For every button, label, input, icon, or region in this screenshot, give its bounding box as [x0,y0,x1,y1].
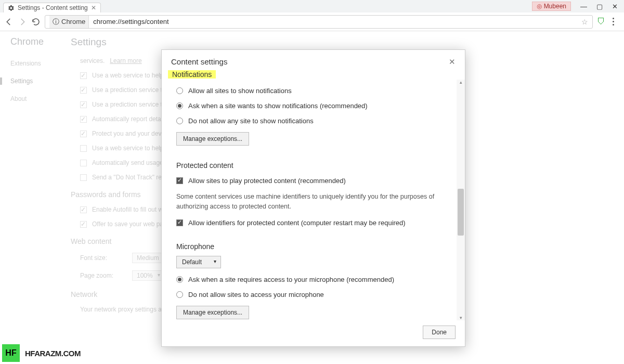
security-chip-label: Chrome [61,18,85,25]
dialog-header: Content settings ✕ [162,50,465,70]
scroll-thumb[interactable] [458,189,464,236]
shield-icon[interactable]: ⛉ [597,17,605,27]
toolbar-right: ⛉ [597,17,620,27]
reload-button[interactable] [31,17,41,27]
notif-option-ask[interactable]: Ask when a site wants to show notificati… [176,102,456,110]
omnibox[interactable]: ⓘ Chrome ☆ [45,15,593,29]
mic-option-block[interactable]: Do not allow sites to access your microp… [176,291,456,298]
radio-icon [176,118,183,124]
protected-play-checkbox[interactable]: Allow sites to play protected content (r… [176,177,456,185]
window-controls: ◎ Mubeen — ▢ ✕ [532,2,624,11]
info-icon: ⓘ [53,17,59,27]
maximize-button[interactable]: ▢ [596,3,603,10]
tabs-row: Settings - Content setting ✕ [3,0,101,12]
scroll-up-icon[interactable]: ▴ [457,80,465,85]
notifications-heading: Notifications [168,70,216,79]
microphone-select[interactable]: Default [176,256,221,268]
menu-button[interactable] [613,18,620,25]
address-bar: ⓘ Chrome ☆ ⛉ [0,12,624,31]
tab-title: Settings - Content setting [18,4,88,11]
forward-button[interactable] [18,17,27,27]
dialog-title: Content settings [171,57,227,66]
bookmark-star-icon[interactable]: ☆ [581,18,588,26]
gear-icon [8,5,15,11]
watermark: HF HFARAZM.COM [0,342,85,364]
browser-tab[interactable]: Settings - Content setting ✕ [3,3,101,12]
protected-identifiers-checkbox[interactable]: Allow identifiers for protected content … [176,219,456,227]
scroll-down-icon[interactable]: ▾ [457,315,465,320]
url-input[interactable] [93,18,577,25]
checkbox-icon [176,219,183,226]
radio-icon [176,291,183,298]
done-button[interactable]: Done [423,326,456,339]
notif-manage-exceptions-button[interactable]: Manage exceptions... [176,132,249,146]
dialog-body: Allow all sites to show notifications As… [162,80,465,320]
profile-badge[interactable]: ◎ Mubeen [532,2,571,11]
protected-content-heading: Protected content [176,161,456,170]
profile-name: Mubeen [544,3,566,10]
radio-icon [176,87,183,94]
microphone-heading: Microphone [176,242,456,251]
mic-option-ask[interactable]: Ask when a site requires access to your … [176,276,456,283]
content-settings-dialog: Content settings ✕ Notifications Allow a… [161,49,465,347]
notif-option-allow-all[interactable]: Allow all sites to show notifications [176,87,456,95]
tab-close-icon[interactable]: ✕ [91,4,96,11]
back-button[interactable] [4,17,14,27]
watermark-logo: HF [2,344,20,362]
dialog-scrollbar[interactable]: ▴ ▾ [457,80,465,320]
security-chip[interactable]: ⓘ Chrome [49,16,89,28]
profile-icon: ◎ [537,3,542,10]
titlebar: Settings - Content setting ✕ ◎ Mubeen — … [0,0,624,12]
radio-icon [176,102,183,109]
dialog-close-button[interactable]: ✕ [449,57,456,67]
radio-icon [176,276,183,283]
close-window-button[interactable]: ✕ [612,3,618,10]
protected-desc: Some content services use machine identi… [176,192,456,212]
checkbox-icon [176,177,183,184]
mic-manage-exceptions-button[interactable]: Manage exceptions... [176,306,249,319]
notif-option-block[interactable]: Do not allow any site to show notificati… [176,117,456,125]
minimize-button[interactable]: — [580,3,587,10]
watermark-text: HFARAZM.COM [25,349,81,358]
dialog-footer: Done [162,320,465,346]
